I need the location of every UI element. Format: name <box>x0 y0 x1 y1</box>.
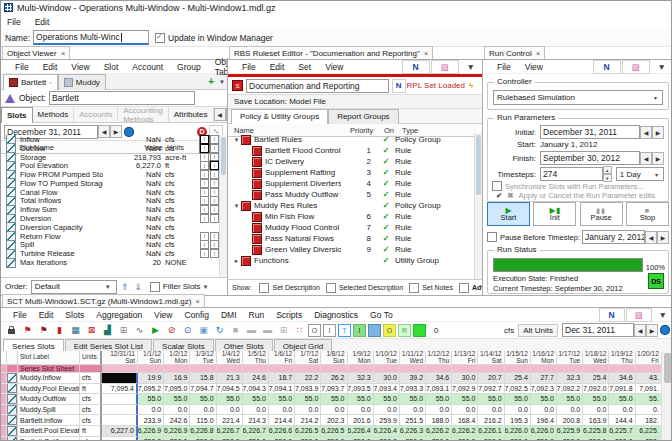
move-down-icon[interactable]: ⇓ <box>132 282 144 292</box>
timestep-cell[interactable]: 0.0 <box>138 405 164 416</box>
timestep-cell[interactable]: 200.8 <box>557 415 583 426</box>
tab-accounting-methods[interactable]: Accounting Methods <box>118 107 169 122</box>
date-column-header[interactable]: 1/4/12Wed <box>217 351 243 365</box>
window-icon[interactable]: ▬ <box>260 323 275 338</box>
close-icon[interactable]: × <box>536 49 541 58</box>
row-label[interactable]: Bartlett.Inflow <box>18 415 80 426</box>
slot-row[interactable]: InflowNaNcfsII <box>6 135 219 144</box>
show-option-checkbox[interactable] <box>326 283 336 293</box>
menu-item-edit[interactable]: Edit <box>28 17 57 27</box>
timestep-cell[interactable]: 0.0 <box>531 405 557 416</box>
timestep-cell[interactable]: 201.6 <box>348 415 374 426</box>
timestep-cell[interactable]: 350.0 <box>374 437 400 441</box>
flag-box[interactable]: I <box>200 214 209 223</box>
rule-on-check[interactable]: ✓ <box>377 168 395 177</box>
timestep-cell[interactable]: 202.3 <box>321 415 347 426</box>
plot-icon[interactable]: ▦ <box>68 323 83 338</box>
input-legend-icon[interactable]: I <box>353 324 366 337</box>
tab-attributes[interactable]: Attributes <box>169 107 214 122</box>
sct-date-next-icon[interactable]: ▶ <box>646 324 658 337</box>
timestep-cell[interactable]: 214.2 <box>295 415 321 426</box>
timestep-cell[interactable]: 7,093.4 <box>374 384 400 395</box>
timestep-cell[interactable]: 6,226.4 <box>348 426 374 437</box>
timestep-cell[interactable]: 214.4 <box>269 415 295 426</box>
sct-date-prev-icon[interactable]: ◀ <box>634 324 646 337</box>
rule-on-check[interactable]: ✓ <box>377 190 395 199</box>
menu-item-file[interactable]: File <box>0 17 28 27</box>
flag-box[interactable]: I <box>200 144 209 153</box>
row-label[interactable]: Muddy.Spill <box>18 405 80 416</box>
timestep-cell[interactable]: 350.0 <box>609 437 635 441</box>
rule-on-check[interactable]: ✓ <box>377 223 395 232</box>
pause-before-checkbox[interactable] <box>487 232 497 242</box>
date-column-header[interactable]: 1/5/12Thu <box>243 351 269 365</box>
timestep-cell[interactable]: 55.0 <box>452 394 478 405</box>
rule-tree-row[interactable]: Muddy Flood Control7✓Rule <box>232 222 475 233</box>
timestep-cell[interactable]: 21.3 <box>217 373 243 384</box>
object-tab-bartlett[interactable]: Bartlett▫ <box>3 74 58 90</box>
menu-item-account[interactable]: Account <box>125 62 170 72</box>
timestep-cell[interactable]: 55.0 <box>164 394 190 405</box>
tab-methods[interactable]: Methods <box>33 107 75 122</box>
layout-icon[interactable]: ⊞ <box>276 323 291 338</box>
slot-row[interactable]: Storage218,793acre-ftII <box>6 153 219 162</box>
timestep-cell[interactable]: 0.0 <box>348 405 374 416</box>
timestep-cell[interactable]: 350.0 <box>478 437 504 441</box>
rule-tree-row[interactable]: Bartlett Flood Control1✓Rule <box>232 145 475 156</box>
timestep-cell[interactable]: 0.0 <box>478 405 504 416</box>
timestep-cell[interactable]: 6,226.2 <box>452 426 478 437</box>
move-up-icon[interactable]: ⇑ <box>117 282 133 292</box>
flag-box[interactable]: I <box>200 179 209 188</box>
timestep-cell[interactable]: 39.2 <box>400 373 426 384</box>
slot-row[interactable]: OutflowNaNcfsII <box>6 144 219 153</box>
timestep-cell[interactable]: 6,225. <box>636 426 662 437</box>
menu-item-file[interactable]: File <box>235 62 263 72</box>
timestep-cell[interactable]: 350.0 <box>269 437 295 441</box>
expander-icon[interactable]: ▸ <box>232 257 241 265</box>
colors-icon[interactable]: ∷ <box>292 323 307 338</box>
timestep-cell[interactable]: 6,226.9 <box>164 426 190 437</box>
timestep-cell[interactable]: 7,091.8 <box>609 384 635 395</box>
flag-box[interactable]: I <box>210 188 219 197</box>
menu-item-file[interactable]: File <box>490 62 518 72</box>
timestep-unit-select[interactable]: 1 Day▾ <box>616 167 664 181</box>
slot-row[interactable]: Flow TO Pumped StorageNaNcfsII <box>6 179 219 188</box>
rule-tree-scrollbar[interactable] <box>474 133 482 279</box>
menu-item-slots[interactable]: Slots <box>59 310 90 320</box>
order-select[interactable]: Default▼ <box>31 280 117 294</box>
lock-icon[interactable] <box>4 323 19 338</box>
rule-tree-row[interactable]: Supplement Rafting3✓Rule <box>232 167 475 178</box>
column-slot-label[interactable]: Slot Label <box>18 351 80 365</box>
timestep-cell[interactable]: 6,226.0 <box>531 426 557 437</box>
timestep-cell[interactable]: 7,095.0 <box>164 384 190 395</box>
date-column-header[interactable]: 1/7/12Sat <box>295 351 321 365</box>
zoom-icon[interactable]: ⊙ <box>180 323 195 338</box>
rule-on-check[interactable]: ✓ <box>377 212 395 221</box>
lightning-icon[interactable]: ϟ <box>465 80 477 92</box>
menu-item-view[interactable]: View <box>64 62 96 72</box>
menu-item-edit[interactable]: Edit <box>263 62 292 72</box>
expander-icon[interactable]: ▾ <box>232 202 241 210</box>
name-input[interactable]: Operations Multi-Winc <box>33 30 149 45</box>
sct-tab[interactable]: SCT Multi-Window1.SCT.gz (Multi-Window1.… <box>2 294 205 307</box>
timestep-cell[interactable]: 30.0 <box>374 373 400 384</box>
chevron-down-icon[interactable]: ▼ <box>653 310 672 320</box>
flag-box[interactable]: I <box>210 135 219 144</box>
timestep-cell[interactable]: 350.0 <box>505 437 531 441</box>
timestep-cell[interactable]: 350.0 <box>583 437 609 441</box>
timestep-cell[interactable]: 350.0 <box>295 437 321 441</box>
timestep-cell[interactable]: 7,095.4 <box>102 384 138 395</box>
timestep-cell[interactable]: 259.9 <box>374 415 400 426</box>
target-flag-icon[interactable]: T <box>338 324 351 337</box>
workspace-icon[interactable]: ▨ <box>622 60 650 74</box>
rule-on-check[interactable]: ✓ <box>377 256 395 265</box>
timestep-cell[interactable]: 55.0 <box>531 394 557 405</box>
timestep-cell[interactable]: 7,092.9 <box>452 384 478 395</box>
close-icon[interactable]: × <box>195 297 200 306</box>
rule-tree-row[interactable]: ▾Muddy Res Rules✓Policy Group <box>232 200 475 211</box>
timestep-cell[interactable]: 6,226.8 <box>190 426 216 437</box>
timestep-cell[interactable]: 233.9 <box>138 415 164 426</box>
timestep-cell[interactable]: 55.0 <box>269 394 295 405</box>
timestep-cell[interactable]: 55.0 <box>217 394 243 405</box>
timestep-cell[interactable]: 18.7 <box>269 373 295 384</box>
